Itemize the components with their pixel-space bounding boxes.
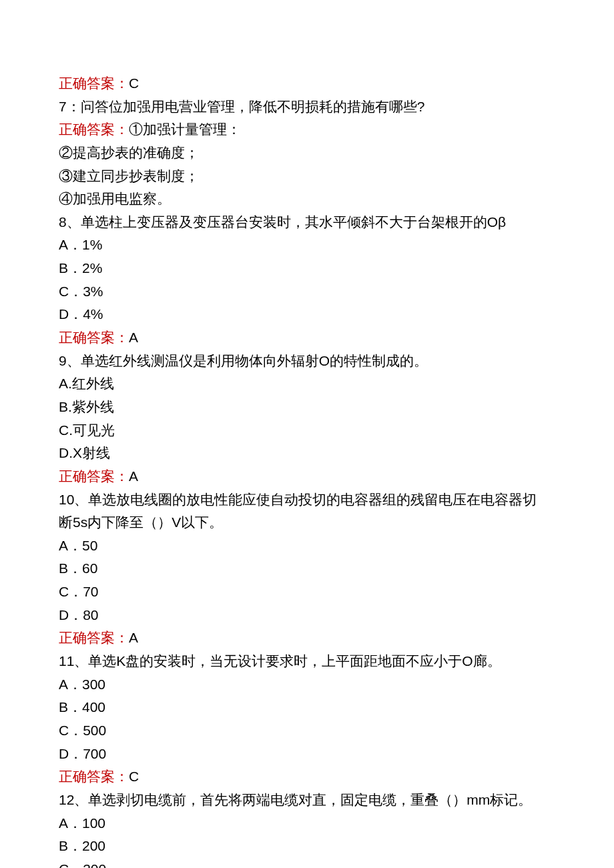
- answer-line-q11: 正确答案：C: [59, 765, 555, 789]
- q8-optA: A．1%: [59, 234, 555, 257]
- question-11: 11、单选K盘的安装时，当无设计要求时，上平面距地面不应小于O廊。: [59, 650, 555, 673]
- q12-optB: B．200: [59, 835, 555, 858]
- q7-line3: ③建立同步抄表制度；: [59, 165, 555, 188]
- answer-value: A: [129, 468, 138, 484]
- answer-value: A: [129, 630, 138, 645]
- q10-optC: C．70: [59, 580, 555, 604]
- q11-optA: A．300: [59, 673, 555, 697]
- question-10-l1: 10、单选放电线圈的放电性能应使自动投切的电容器组的残留电压在电容器切: [59, 488, 555, 512]
- answer-label: 正确答案：: [59, 75, 129, 91]
- q11-optD: D．700: [59, 743, 555, 766]
- answer-label: 正确答案：: [59, 630, 129, 645]
- q7-text: 问答位加强用电营业管理，降低不明损耗的措施有哪些?: [81, 99, 425, 114]
- q10-optB: B．60: [59, 557, 555, 580]
- q9-optD: D.X射线: [59, 442, 555, 465]
- answer-label: 正确答案：: [59, 468, 129, 484]
- answer-line-q9: 正确答案：A: [59, 465, 555, 488]
- answer-label: 正确答案：: [59, 121, 129, 137]
- answer-value: ①加强计量管理：: [129, 121, 241, 137]
- q7-line4: ④加强用电监察。: [59, 187, 555, 211]
- answer-line-q8: 正确答案：A: [59, 326, 555, 350]
- question-10-l2: 断5s内下降至（）V以下。: [59, 511, 555, 534]
- q8-optC: C．3%: [59, 280, 555, 304]
- q10-optA: A．50: [59, 534, 555, 558]
- answer-line-q7: 正确答案：①加强计量管理：: [59, 118, 555, 141]
- q7-prefix: 7：: [59, 99, 81, 114]
- answer-value: C: [129, 769, 139, 784]
- q12-optC: C．300: [59, 858, 555, 868]
- answer-value: A: [129, 330, 138, 345]
- q9-optB: B.紫外线: [59, 396, 555, 419]
- answer-line-q10: 正确答案：A: [59, 626, 555, 650]
- q11-optB: B．400: [59, 696, 555, 719]
- q9-optC: C.可见光: [59, 419, 555, 442]
- document-content: 正确答案：C 7：问答位加强用电营业管理，降低不明损耗的措施有哪些? 正确答案：…: [59, 72, 555, 868]
- q10-optD: D．80: [59, 604, 555, 627]
- question-7: 7：问答位加强用电营业管理，降低不明损耗的措施有哪些?: [59, 95, 555, 119]
- q8-optD: D．4%: [59, 303, 555, 326]
- q9-optA: A.红外线: [59, 372, 555, 396]
- answer-label: 正确答案：: [59, 330, 129, 345]
- q8-optB: B．2%: [59, 257, 555, 280]
- q11-optC: C．500: [59, 719, 555, 743]
- question-8: 8、单选柱上变压器及变压器台安装时，其水平倾斜不大于台架根开的Oβ: [59, 211, 555, 234]
- question-9: 9、单选红外线测温仪是利用物体向外辐射O的特性制成的。: [59, 350, 555, 373]
- answer-value: C: [129, 75, 139, 91]
- answer-line-q6: 正确答案：C: [59, 72, 555, 95]
- q7-line2: ②提高抄表的准确度；: [59, 141, 555, 165]
- answer-label: 正确答案：: [59, 769, 129, 784]
- q12-optA: A．100: [59, 812, 555, 835]
- question-12: 12、单选剥切电缆前，首先将两端电缆对直，固定电缆，重叠（）mm标记。: [59, 789, 555, 812]
